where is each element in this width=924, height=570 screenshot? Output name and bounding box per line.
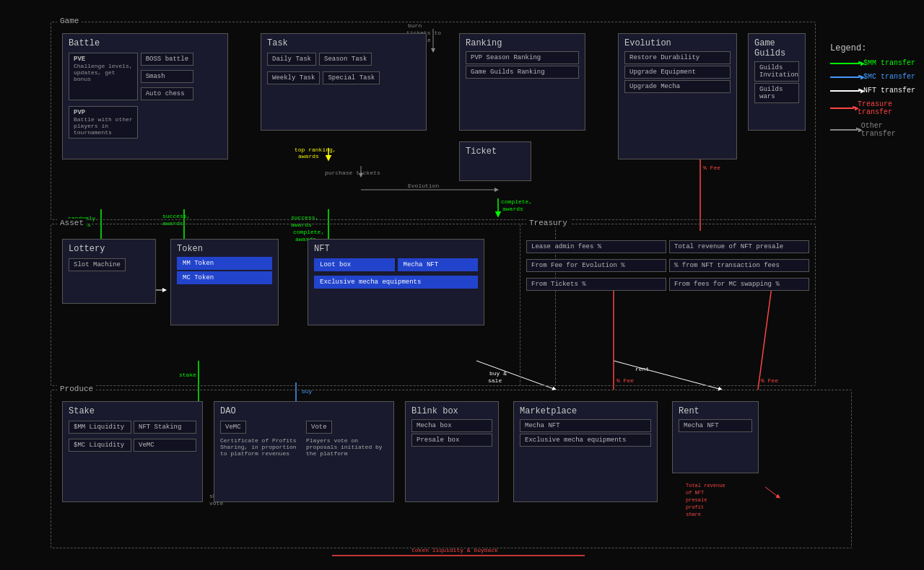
exclusive-mecha-btn[interactable]: Exclusive mecha equipments — [314, 276, 478, 289]
legend-nft: ▶ NFT transfer — [830, 87, 917, 95]
legend-title: Legend: — [830, 43, 917, 53]
blink-box-title: Blink box — [411, 406, 492, 416]
from-tickets-pct: From Tickets % — [526, 278, 666, 291]
ranking-title: Ranking — [466, 38, 579, 48]
rent-mecha-nft: Mecha NFT — [679, 419, 752, 432]
ranking-card: Ranking PVP Season Ranking Game Guilds R… — [459, 33, 585, 131]
rent-title: Rent — [679, 406, 752, 416]
produce-section: Produce Stake $MM Liquidity NFT Staking … — [51, 390, 852, 548]
pve-box: PVE Challenge levels,updates, getbonus — [69, 53, 138, 100]
battle-card: Battle PVE Challenge levels,updates, get… — [62, 33, 228, 159]
token-card: Token MM Token MC Token — [170, 239, 279, 325]
pvp-box: PVP Battle with otherplayers intournamen… — [69, 106, 138, 139]
legend-mc-label: $MC transfer — [863, 73, 915, 81]
asset-section: Asset Lottery Slot Machine Token MM Toke… — [51, 224, 556, 386]
token-title: Token — [177, 244, 272, 254]
pct-nft-transaction-fees: % from NFT transaction fees — [669, 259, 809, 272]
nft-staking: NFT Staking — [134, 421, 196, 434]
game-guilds-ranking: Game Guilds Ranking — [466, 66, 579, 79]
game-guilds-title: Game Guilds — [754, 38, 799, 58]
guilds-invitation: Guilds Invitation — [754, 61, 799, 82]
daily-task-box: Daily Task — [267, 53, 316, 66]
legend-mc: ▶ $MC transfer — [830, 73, 917, 81]
legend-other: ▶ Other transfer — [830, 122, 917, 138]
loot-box-btn[interactable]: Loot box — [314, 258, 395, 271]
mc-liquidity: $MC Liquidity — [69, 439, 131, 452]
vemc-dao: VeMC — [220, 421, 246, 434]
mecha-box: Mecha box — [411, 419, 492, 432]
ticket-title: Ticket — [466, 146, 525, 157]
from-fee-evolution: From Fee for Evolution % — [526, 259, 666, 272]
special-task-box: Special Task — [323, 71, 380, 84]
game-section: Game Battle PVE Challenge levels,updates… — [51, 22, 816, 220]
game-label: Game — [57, 17, 82, 25]
auto-chess-box: Auto chess — [141, 87, 193, 100]
ticket-card: Ticket — [459, 141, 531, 181]
legend-other-label: Other transfer — [861, 122, 917, 138]
legend-nft-label: NFT transfer — [863, 87, 915, 95]
pvp-season-ranking: PVP Season Ranking — [466, 51, 579, 64]
marketplace-exclusive-mecha: Exclusive mecha equipments — [520, 434, 651, 447]
vote-desc: Players vote on proposals initiated by t… — [306, 437, 388, 457]
weekly-task-box: Weekly Task — [267, 71, 320, 84]
lottery-card: Lottery Slot Machine — [62, 239, 156, 304]
asset-label: Asset — [57, 219, 87, 227]
stake-title: Stake — [69, 406, 196, 416]
legend-mm: ▶ $MM transfer — [830, 59, 917, 67]
dao-title: DAO — [220, 406, 388, 416]
blink-box-card: Blink box Mecha box Presale box — [405, 401, 499, 502]
marketplace-mecha-nft: Mecha NFT — [520, 419, 651, 432]
legend-treasure-label: Treasure transfer — [858, 100, 917, 116]
guilds-wars: Guilds wars — [754, 83, 799, 103]
legend-panel: Legend: ▶ $MM transfer ▶ $MC transfer ▶ … — [830, 43, 917, 144]
evolution-card: Evolution Restore Durability Upgrade Equ… — [618, 33, 737, 159]
slot-machine: Slot Machine — [69, 258, 126, 271]
upgrade-mecha: Upgrade Mecha — [624, 80, 731, 93]
legend-treasure: ▶ Treasure transfer — [830, 100, 917, 116]
lease-admin-fees: Lease admin fees % — [526, 240, 666, 253]
season-task-box: Season Task — [319, 53, 372, 66]
marketplace-title: Marketplace — [520, 406, 651, 416]
restore-durability: Restore Durability — [624, 51, 731, 64]
mm-token-btn[interactable]: MM Token — [177, 257, 272, 270]
upgrade-equipment: Upgrade Equipment — [624, 66, 731, 79]
game-guilds-card: Game Guilds Guilds Invitation Guilds war… — [748, 33, 806, 131]
boss-battle-box: BOSS battle — [141, 53, 193, 66]
total-revenue-nft-presale: Total revenue of NFT presale — [669, 240, 809, 253]
from-fees-mc-swapping: From fees for MC swapping % — [669, 278, 809, 291]
lottery-title: Lottery — [69, 244, 149, 254]
evolution-title: Evolution — [624, 38, 731, 48]
vemc-stake: VeMC — [134, 439, 196, 452]
stake-card: Stake $MM Liquidity NFT Staking $MC Liqu… — [62, 401, 203, 502]
vemc-desc: Certificate of Profits Sharing, in propo… — [220, 437, 302, 457]
mecha-nft-btn[interactable]: Mecha NFT — [398, 258, 479, 271]
treasury-label: Treasury — [526, 219, 570, 227]
mm-liquidity: $MM Liquidity — [69, 421, 131, 434]
nft-card: NFT Loot box Mecha NFT Exclusive mecha e… — [308, 239, 484, 325]
produce-label: Produce — [57, 385, 96, 393]
vote-box: Vote — [306, 421, 332, 434]
presale-box: Presale box — [411, 434, 492, 447]
battle-title: Battle — [69, 38, 222, 48]
legend-mm-label: $MM transfer — [863, 59, 915, 67]
task-card: Task Daily Task Season Task Weekly Task … — [261, 33, 427, 131]
task-title: Task — [267, 38, 420, 48]
dao-card: DAO VeMC Certificate of Profits Sharing,… — [214, 401, 394, 502]
mc-token-btn[interactable]: MC Token — [177, 271, 272, 284]
smash-box: Smash — [141, 70, 193, 83]
nft-title: NFT — [314, 244, 478, 254]
rent-card: Rent Mecha NFT — [672, 401, 759, 473]
treasury-section: Treasury Lease admin fees % Total revenu… — [520, 224, 816, 386]
marketplace-card: Marketplace Mecha NFT Exclusive mecha eq… — [513, 401, 658, 502]
